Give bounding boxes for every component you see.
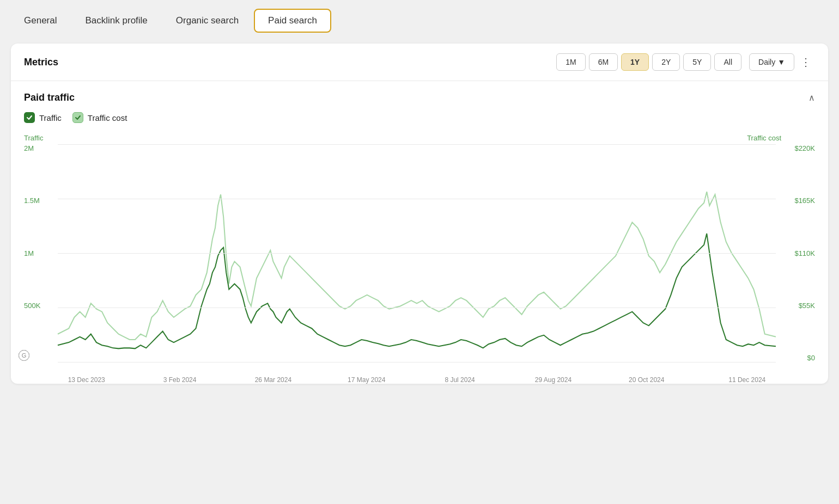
right-axis-label: Traffic cost — [747, 134, 781, 142]
tab-organic-search[interactable]: Organic search — [163, 10, 252, 32]
y-labels-right: $220K $165K $110K $55K $0 — [777, 144, 815, 362]
time-btn-5y[interactable]: 5Y — [683, 53, 711, 71]
metrics-title: Metrics — [24, 57, 58, 68]
y-label-500k: 500K — [24, 302, 40, 310]
daily-dropdown-btn[interactable]: Daily ▼ — [749, 53, 794, 71]
y-label-0-right: $0 — [807, 354, 815, 362]
y-label-2m: 2M — [24, 144, 34, 152]
grid-line-bottom — [58, 362, 776, 362]
paid-traffic-title: Paid traffic — [24, 92, 75, 103]
x-label-mar24: 26 Mar 2024 — [255, 376, 291, 384]
traffic-cost-label: Traffic cost — [88, 113, 127, 122]
y-label-55k: $55K — [799, 302, 815, 310]
time-btn-all[interactable]: All — [714, 53, 741, 71]
time-btn-1m[interactable]: 1M — [556, 53, 585, 71]
legend-traffic-cost: Traffic cost — [72, 112, 127, 123]
metrics-header: Metrics 1M 6M 1Y 2Y 5Y All Daily ▼ ⋮ — [11, 44, 828, 81]
legend-traffic: Traffic — [24, 112, 62, 123]
y-label-110k: $110K — [794, 249, 815, 257]
x-label-feb24: 3 Feb 2024 — [163, 376, 197, 384]
tab-backlink-profile[interactable]: Backlink profile — [72, 10, 160, 32]
x-label-dec23: 13 Dec 2023 — [68, 376, 105, 384]
x-labels: 13 Dec 2023 3 Feb 2024 26 Mar 2024 17 Ma… — [58, 364, 776, 384]
y-labels-left: 2M 1.5M 1M 500K 0 — [24, 144, 57, 362]
main-card: Metrics 1M 6M 1Y 2Y 5Y All Daily ▼ ⋮ Pai… — [11, 44, 828, 384]
collapse-btn[interactable]: ∧ — [808, 93, 815, 103]
metrics-controls: 1M 6M 1Y 2Y 5Y All Daily ▼ ⋮ — [556, 53, 815, 71]
time-btn-1y[interactable]: 1Y — [621, 53, 649, 71]
top-tabs: General Backlink profile Organic search … — [0, 0, 839, 39]
event-marker-g-oct: G — [19, 350, 29, 361]
grid-line-25 — [58, 199, 776, 199]
section-title-row: Paid traffic ∧ — [24, 92, 815, 103]
traffic-label: Traffic — [39, 113, 62, 122]
x-label-jul24: 8 Jul 2024 — [445, 376, 475, 384]
tab-general[interactable]: General — [11, 10, 70, 32]
time-btn-2y[interactable]: 2Y — [652, 53, 680, 71]
left-axis-label: Traffic — [24, 134, 43, 142]
x-label-may24: 17 May 2024 — [348, 376, 385, 384]
time-btn-6m[interactable]: 6M — [589, 53, 618, 71]
grid-line-top — [58, 144, 776, 145]
chevron-down-icon: ▼ — [777, 58, 785, 66]
more-options-btn[interactable]: ⋮ — [798, 53, 815, 71]
traffic-checkbox[interactable] — [24, 112, 35, 123]
chart-legend: Traffic Traffic cost — [24, 112, 815, 123]
grid-line-50 — [58, 253, 776, 254]
chart-section: Paid traffic ∧ Traffic Traffic cost — [11, 81, 828, 384]
grid-lines — [58, 144, 776, 362]
checkmark-icon — [26, 114, 33, 121]
traffic-cost-checkbox[interactable] — [72, 112, 83, 123]
y-label-1-5m: 1.5M — [24, 196, 40, 205]
y-label-165k: $165K — [794, 196, 815, 205]
checkmark-icon-2 — [75, 114, 81, 121]
chart-svg-area — [58, 144, 776, 362]
grid-line-75 — [58, 308, 776, 308]
x-label-dec24: 11 Dec 2024 — [728, 376, 765, 384]
x-label-oct24: 20 Oct 2024 — [629, 376, 664, 384]
tab-paid-search[interactable]: Paid search — [254, 9, 331, 33]
y-label-220k: $220K — [794, 144, 815, 152]
chart-container: 2M 1.5M 1M 500K 0 $220K $165K $110K $55K… — [24, 144, 815, 384]
y-label-1m: 1M — [24, 249, 34, 257]
x-label-aug24: 29 Aug 2024 — [535, 376, 572, 384]
